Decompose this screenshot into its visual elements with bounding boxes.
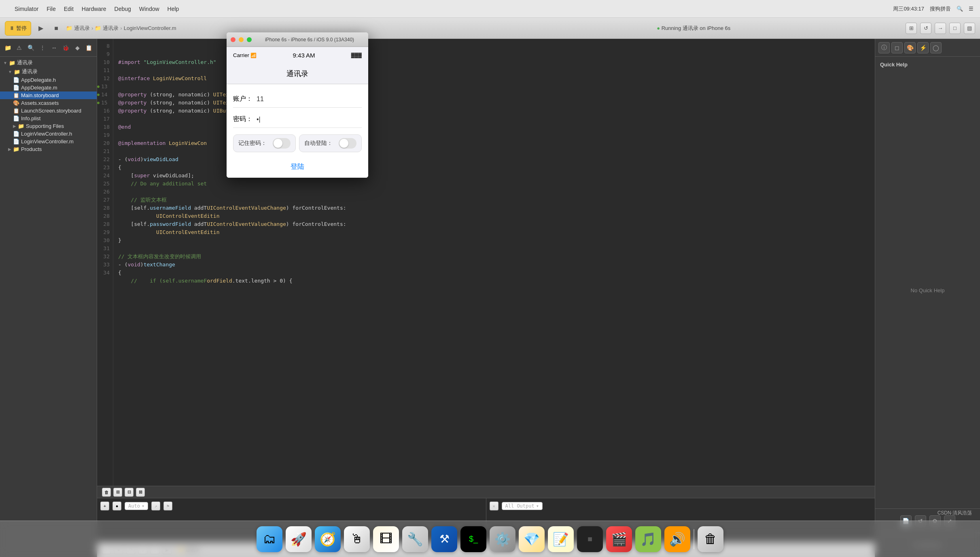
auto-select[interactable]: Auto ▾ <box>125 502 148 510</box>
quick-help-title: Quick Help <box>875 57 980 72</box>
dock-launchpad[interactable]: 🚀 <box>286 526 312 552</box>
dock-black-app[interactable]: ■ <box>577 526 603 552</box>
password-input[interactable] <box>253 116 362 123</box>
menu-hardware[interactable]: Hardware <box>82 6 106 12</box>
navigator-toggle[interactable]: ⊞ <box>906 23 917 34</box>
nav-support-label: Supporting Files <box>26 123 64 129</box>
output-select[interactable]: All Output ▾ <box>502 502 543 510</box>
nav-item-assets[interactable]: 🎨 Assets.xcassets <box>0 99 97 107</box>
forward-btn[interactable]: → <box>935 23 946 34</box>
debug-add-btn[interactable]: + <box>100 502 109 510</box>
qh-inspector4-btn[interactable]: ⚡ <box>917 42 929 53</box>
qh-inspector5-btn[interactable]: ◯ <box>930 42 942 53</box>
debug-flag-btn[interactable]: ⚑ <box>163 502 172 510</box>
nav-warning-icon[interactable]: ⚠ <box>15 43 24 53</box>
dock-terminal[interactable]: $_ <box>460 526 486 552</box>
nav-item-products[interactable]: ▶ 📁 Products <box>0 145 97 153</box>
nav-item-launch-storyboard[interactable]: 📋 LaunchScreen.storyboard <box>0 107 97 115</box>
debug-arrow-btn[interactable]: ↗ <box>151 502 160 510</box>
toolbar-status: ● Running 通讯录 on iPhone 6s <box>486 25 902 32</box>
dock-trash[interactable]: 🗑 <box>698 526 723 552</box>
dock-system-prefs[interactable]: ⚙️ <box>490 526 515 552</box>
nav-search-icon[interactable]: 🔍 <box>26 43 36 53</box>
dock-photos[interactable]: 🎞 <box>373 526 399 552</box>
output-chevron: ▾ <box>536 503 539 509</box>
debug-clear2-btn[interactable]: ✕ <box>490 502 498 510</box>
dock-separator <box>694 529 694 549</box>
dock-app-unknown1[interactable]: 🎵 <box>635 526 661 552</box>
layout-btn[interactable]: □ <box>949 23 961 34</box>
nav-project-icon: 📁 <box>9 60 15 66</box>
login-button[interactable]: 登陆 <box>233 162 362 171</box>
menu-search-icon[interactable]: 🔍 <box>957 6 963 12</box>
nav-filter-icon[interactable]: ⋮ <box>38 43 47 53</box>
debug-layout2-btn[interactable]: ⊟ <box>125 488 134 497</box>
dock-app-unknown2[interactable]: 🔊 <box>664 526 690 552</box>
csdn-badge: CSDN·清风浩荡 <box>938 510 972 517</box>
menu-bar: Simulator File Edit Hardware Debug Windo… <box>0 0 980 18</box>
nav-item-loginvc-h[interactable]: 📄 LoginViewController.h <box>0 130 97 138</box>
dock-notes[interactable]: 📝 <box>548 526 574 552</box>
menu-window[interactable]: Window <box>139 6 159 12</box>
debug-clear-btn[interactable]: 🗑 <box>102 488 111 497</box>
menu-help[interactable]: Help <box>168 6 179 12</box>
dock-media-player[interactable]: 🎬 <box>606 526 632 552</box>
nav-item-supporting-files[interactable]: ▶ 📁 Supporting Files <box>0 122 97 130</box>
nav-item-loginvc-m[interactable]: 📄 LoginViewController.m <box>0 138 97 145</box>
breadcrumb-folder[interactable]: 通讯录 <box>103 25 119 32</box>
menu-simulator[interactable]: Simulator <box>15 6 38 12</box>
qh-inspector1-btn[interactable]: ⓘ <box>878 42 890 53</box>
remember-password-toggle[interactable]: 记住密码： <box>233 134 296 152</box>
status-icon: ● <box>657 25 660 31</box>
nav-item-appdelegate-h[interactable]: 📄 AppDelegate.h <box>0 76 97 84</box>
dock-mouse-app[interactable]: 🖱 <box>344 526 370 552</box>
nav-item-folder-tongxunlu[interactable]: ▼ 📁 通讯录 <box>0 67 97 76</box>
remember-switch[interactable] <box>273 138 291 149</box>
menu-file[interactable]: File <box>47 6 56 12</box>
inspector-toggle[interactable]: ▧ <box>964 23 975 34</box>
menu-edit[interactable]: Edit <box>64 6 74 12</box>
dock-sketch[interactable]: 💎 <box>519 526 545 552</box>
dock-safari[interactable]: 🧭 <box>315 526 341 552</box>
qh-inspector3-btn[interactable]: 🎨 <box>904 42 916 53</box>
sim-close-btn[interactable] <box>231 37 235 42</box>
app-nav-title: 通讯录 <box>227 63 368 84</box>
menu-debug[interactable]: Debug <box>115 6 131 12</box>
dock-tools[interactable]: 🔧 <box>402 526 428 552</box>
nav-item-infoplist[interactable]: 📄 Info.plist <box>0 115 97 122</box>
nav-support-icon: 📁 <box>18 123 24 129</box>
status-bar: Carrier 📶 9:43 AM ▓▓▓ <box>227 47 368 63</box>
code-editor[interactable]: 8 9 10 11 12 ●13 ●14 ●15 16 17 18 19 20 … <box>97 39 875 486</box>
debug-layout3-btn[interactable]: ⊠ <box>136 488 145 497</box>
sim-minimize-btn[interactable] <box>239 37 244 42</box>
auto-login-toggle[interactable]: 自动登陆： <box>299 134 362 152</box>
breadcrumb-project[interactable]: 通讯录 <box>74 25 90 32</box>
menu-list-icon[interactable]: ☰ <box>969 6 974 12</box>
menu-input-method[interactable]: 搜狗拼音 <box>930 5 951 13</box>
sim-maximize-btn[interactable] <box>247 37 252 42</box>
nav-folder-icon[interactable]: 📁 <box>3 43 13 53</box>
dock-finder[interactable]: 🗂 <box>257 526 282 552</box>
nav-git-icon[interactable]: ↔ <box>50 43 59 53</box>
nav-log-icon[interactable]: 📋 <box>84 43 93 53</box>
refresh-btn[interactable]: ↺ <box>920 23 931 34</box>
nav-item-main-storyboard[interactable]: 📋 Main.storyboard <box>0 91 97 99</box>
username-input[interactable] <box>253 96 362 103</box>
xcode-toolbar: ⏸ 暂停 ▶ ■ 📁 通讯录 › 📁 通讯录 › LoginViewContro… <box>0 18 980 39</box>
breadcrumb-file[interactable]: LoginViewController.m <box>124 25 176 31</box>
nav-breakpoint-icon[interactable]: ◆ <box>73 43 82 53</box>
pause-button[interactable]: ⏸ 暂停 <box>5 21 31 36</box>
debug-dot-btn[interactable]: ● <box>112 502 121 510</box>
status-time: 9:43 AM <box>257 52 351 59</box>
nav-item-appdelegate-m[interactable]: 📄 AppDelegate.m <box>0 84 97 91</box>
auto-login-switch[interactable] <box>339 138 356 149</box>
nav-folder-label: 通讯录 <box>22 68 38 75</box>
debug-layout1-btn[interactable]: ⊞ <box>113 488 122 497</box>
run-button[interactable]: ▶ <box>35 23 47 34</box>
nav-launch-label: LaunchScreen.storyboard <box>21 108 81 114</box>
nav-debug-icon[interactable]: 🐞 <box>61 43 70 53</box>
qh-inspector2-btn[interactable]: ◻ <box>891 42 903 53</box>
nav-item-project-root[interactable]: ▼ 📁 通讯录 <box>0 58 97 67</box>
stop-button[interactable]: ■ <box>51 23 62 34</box>
dock-xcode[interactable]: ⚒ <box>431 526 457 552</box>
